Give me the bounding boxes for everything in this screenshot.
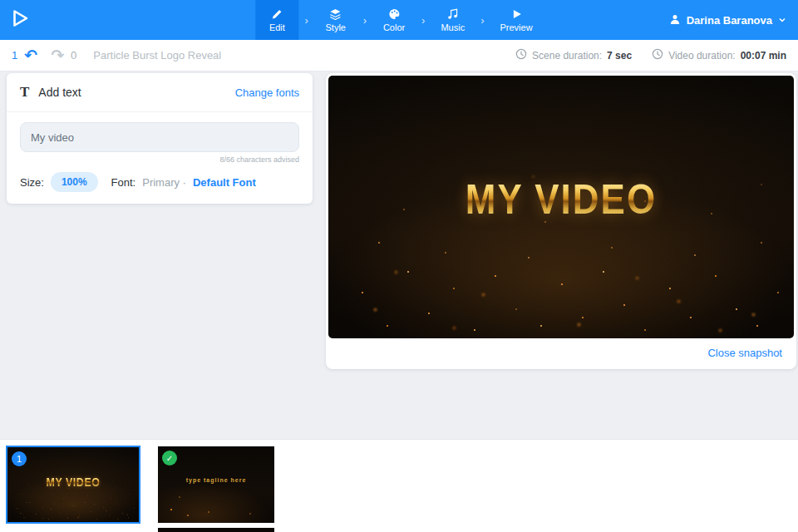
change-fonts-link[interactable]: Change fonts [235,86,299,99]
redo-count: 0 [71,49,76,62]
tab-color[interactable]: Color [372,0,416,40]
particles-glow-decoration [328,76,331,78]
redo-icon: ↷ [51,47,64,64]
undo-icon: ↶ [24,47,37,64]
chevron-right-icon: › [480,14,484,27]
video-title-text: MY VIDEO [466,176,657,223]
scene-thumbnail-1[interactable]: 1 MY VIDEO [6,446,140,524]
user-name: Darina Baranova [687,14,772,27]
panel-title: Add text [38,86,81,99]
particles-glow-decoration [7,447,8,448]
app-logo[interactable] [0,0,40,40]
video-duration-label: Video duration: [668,50,736,62]
scene-duration-value: 7 sec [607,50,632,62]
scene-thumbnail-2[interactable]: ✓ type tagline here [158,446,274,523]
video-preview[interactable]: MY VIDEO [328,76,794,338]
font-label: Font: [111,176,136,189]
preview-card: MY VIDEO Close snapshot [326,73,796,369]
tab-edit[interactable]: Edit [255,0,298,40]
pencil-icon [271,8,283,20]
add-text-header: T Add text Change fonts [7,73,313,112]
clock-icon [652,48,663,62]
undo-button[interactable]: ↶ [24,47,37,63]
video-scene: MY VIDEO [328,76,794,338]
scene-thumbnail-1-preview: MY VIDEO [7,447,139,521]
user-icon [669,13,681,27]
chevron-right-icon: › [421,14,425,27]
size-label: Size: [20,176,44,189]
check-badge: ✓ [162,451,177,466]
scene-number-badge: 1 [12,451,27,466]
tab-music-label: Music [441,22,465,32]
toolbar-durations: Scene duration: 7 sec Video duration: 00… [515,48,786,62]
characters-hint: 8/66 characters advised [20,155,299,164]
tab-music[interactable]: Music [431,0,475,40]
video-duration-value: 00:07 min [741,50,786,62]
tab-edit-label: Edit [269,22,285,32]
close-snapshot-link[interactable]: Close snapshot [707,347,782,359]
scene-thumbnail-3-partial[interactable] [158,528,274,532]
tab-preview-label: Preview [500,22,532,32]
topbar: Edit › Style › Color › Music › [0,0,798,40]
user-menu[interactable]: Darina Baranova [669,0,786,40]
play-logo-icon [9,7,31,32]
font-name-link[interactable]: Default Font [193,176,256,189]
font-group: Primary · [142,176,186,189]
thumbnail-tagline-text: type tagline here [186,477,247,483]
tab-style[interactable]: Style [314,0,357,40]
thumbnail-title-text: MY VIDEO [46,475,100,489]
chevron-down-icon [778,14,786,27]
chevron-right-icon: › [304,14,308,27]
video-text-input[interactable] [20,122,299,152]
text-tool-icon: T [20,84,29,101]
scene-duration-label: Scene duration: [532,50,602,62]
main-nav: Edit › Style › Color › Music › [255,0,542,40]
add-text-panel: T Add text Change fonts 8/66 characters … [7,73,313,204]
layers-icon [330,8,342,20]
text-controls-row: Size: 100% Font: Primary · Default Font [20,172,299,192]
tab-style-label: Style [325,22,345,32]
undo-count: 1 [12,49,17,62]
palette-icon [388,8,400,20]
toolbar: 1 ↶ ↷ 0 Particle Burst Logo Reveal Scene… [0,40,798,71]
tab-color-label: Color [383,22,405,32]
project-title: Particle Burst Logo Reveal [93,49,221,62]
preview-footer: Close snapshot [328,338,794,367]
clock-icon [515,48,527,62]
scene-duration: Scene duration: 7 sec [515,48,632,62]
music-note-icon [447,8,459,20]
size-value-button[interactable]: 100% [51,172,98,192]
add-text-body: 8/66 characters advised Size: 100% Font:… [7,112,313,204]
timeline: 1 MY VIDEO ✓ type tagline here [0,439,798,532]
tab-preview[interactable]: Preview [490,0,542,40]
chevron-right-icon: › [363,14,367,27]
video-duration: Video duration: 00:07 min [652,48,786,62]
redo-button[interactable]: ↷ [51,47,64,63]
particles-decoration [158,446,160,448]
play-icon [510,8,522,20]
